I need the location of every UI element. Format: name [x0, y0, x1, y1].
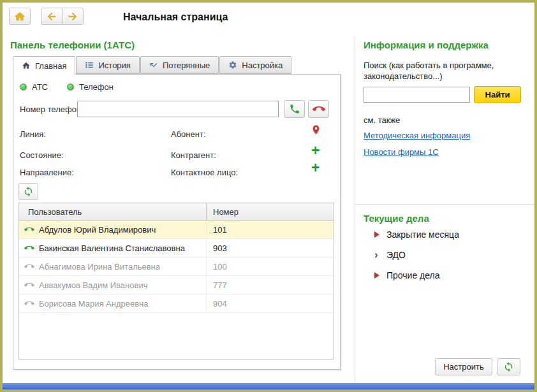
table-row[interactable]: Абнагимова Ирина Витальевна 100 [19, 258, 334, 276]
todo-label: ЭДО [386, 250, 406, 260]
handset-icon [24, 224, 34, 235]
phone-icon [289, 103, 300, 115]
find-button[interactable]: Найти [474, 86, 521, 103]
configure-button[interactable]: Настроить [435, 358, 492, 375]
user-number: 777 [207, 276, 334, 294]
phone-status-label: Телефон [79, 82, 114, 92]
refresh-users-button[interactable] [18, 183, 38, 200]
user-name: Абнагимова Ирина Витальевна [39, 262, 160, 272]
atc-status-indicator [20, 83, 27, 91]
table-row[interactable]: Абдулов Юрий Владимирович 101 [19, 221, 334, 239]
todo-label: Закрытие месяца [386, 229, 459, 240]
section-divider [355, 204, 537, 205]
todo-item-month-closing[interactable]: Закрытие месяца [374, 229, 459, 240]
table-header: Пользователь Номер [19, 203, 334, 221]
tab-settings[interactable]: Настройка [219, 56, 291, 74]
panes-divider [355, 36, 355, 382]
table-row[interactable]: Бакинская Валентина Станиславовна 903 [19, 239, 334, 258]
handset-icon [24, 280, 34, 290]
tab-main[interactable]: Главная [13, 56, 75, 75]
subscriber-label: Абонент: [171, 129, 206, 139]
user-name: Борисова Мария Андреевна [39, 299, 149, 309]
missed-calls-icon [149, 61, 158, 69]
users-table: Пользователь Номер Абдулов Юрий Владимир… [18, 203, 334, 359]
handset-icon [24, 261, 34, 272]
user-number: 903 [207, 239, 334, 257]
home-icon [22, 61, 31, 70]
contractor-label: Контрагент: [171, 150, 216, 160]
handset-icon [24, 298, 34, 309]
status-row: АТС Телефон [20, 82, 114, 92]
contact-label: Контактное лицо: [171, 168, 238, 177]
back-button[interactable] [41, 8, 63, 25]
user-name: Бакинская Валентина Станиславовна [39, 243, 185, 253]
user-name: Аввакумов Вадим Иванович [39, 280, 147, 290]
phone-status-indicator [67, 83, 74, 91]
phone-number-input[interactable] [77, 101, 279, 117]
todo-item-edo[interactable]: › ЭДО [374, 250, 406, 260]
forward-button[interactable] [62, 8, 84, 25]
hangup-button[interactable] [308, 100, 329, 118]
todo-item-other[interactable]: Прочие дела [374, 270, 440, 280]
atc-status-label: АТС [32, 82, 48, 92]
table-row[interactable]: Аввакумов Вадим Иванович 777 [19, 276, 334, 294]
refresh-icon [23, 186, 34, 197]
refresh-icon [503, 361, 514, 372]
tab-label: История [98, 61, 130, 70]
state-label: Состояние: [20, 150, 63, 160]
line-label: Линия: [20, 129, 46, 139]
tab-label: Потерянные [163, 61, 210, 70]
see-also-label: см. также [364, 115, 400, 125]
support-search-input[interactable] [364, 87, 470, 103]
red-triangle-icon [374, 231, 379, 238]
chevron-right-icon: › [374, 250, 379, 259]
tab-missed[interactable]: Потерянные [140, 56, 219, 74]
hangup-icon [313, 103, 325, 115]
link-methodical-info[interactable]: Методическая информация [364, 131, 470, 140]
tab-label: Главная [35, 61, 66, 71]
direction-label: Направление: [20, 168, 74, 177]
user-number: 101 [207, 221, 334, 238]
app-window: Начальная страница Панель телефонии (1АТ… [0, 0, 537, 392]
todos-section-title: Текущие дела [364, 213, 429, 224]
home-icon [14, 11, 26, 22]
forward-icon [67, 11, 78, 22]
table-row[interactable]: Борисова Мария Андреевна 904 [19, 294, 334, 313]
add-contractor-button[interactable]: + [311, 144, 320, 157]
telephony-panel-title: Панель телефонии (1АТС) [10, 40, 135, 50]
link-1c-news[interactable]: Новости фирмы 1С [364, 147, 439, 157]
column-header-number[interactable]: Номер [207, 203, 334, 220]
telephony-tabs: Главная История Потерянные Настройка [13, 56, 292, 75]
user-number: 100 [207, 258, 334, 275]
subscriber-pin-icon[interactable] [311, 124, 321, 135]
add-contact-button[interactable]: + [311, 161, 320, 174]
home-button[interactable] [9, 8, 31, 25]
telephony-panel: АТС Телефон Номер телефона: Линия: Абоне… [13, 74, 341, 370]
refresh-todos-button[interactable] [497, 358, 520, 375]
support-search-caption: Поиск (как работать в программе, законод… [364, 60, 518, 82]
tab-label: Настройка [242, 61, 283, 70]
column-header-user[interactable]: Пользователь [19, 203, 207, 220]
page-title: Начальная страница [123, 11, 228, 23]
user-number: 904 [207, 294, 334, 312]
support-section-title: Информация и поддержка [364, 40, 489, 50]
settings-gear-icon [228, 61, 237, 69]
user-name: Абдулов Юрий Владимирович [39, 225, 156, 235]
back-icon [46, 11, 57, 22]
bottom-status-strip [3, 383, 534, 389]
call-button[interactable] [284, 100, 305, 118]
tab-history[interactable]: История [76, 56, 139, 74]
history-list-icon [85, 61, 94, 69]
todo-label: Прочие дела [386, 270, 440, 280]
red-triangle-icon [374, 272, 379, 279]
handset-icon [24, 243, 34, 253]
